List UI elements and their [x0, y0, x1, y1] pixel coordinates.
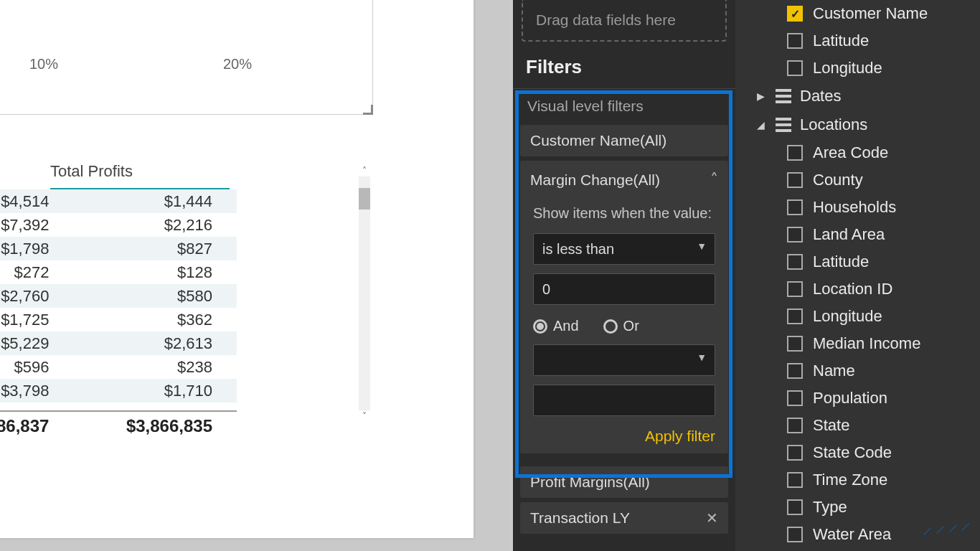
scroll-thumb[interactable] — [359, 188, 370, 209]
table-node[interactable]: ▶Dates — [735, 82, 980, 110]
filter-card-customer-name[interactable]: Customer Name(All) — [520, 125, 728, 156]
filter-condition-select[interactable]: is less than — [533, 233, 715, 265]
field-item[interactable]: Type — [735, 494, 980, 521]
scroll-track[interactable] — [359, 176, 370, 410]
checkbox-icon[interactable] — [787, 227, 803, 242]
field-item[interactable]: Latitude — [735, 27, 980, 55]
table-visual[interactable]: Total Profits $4,514$1,444$7,392$2,216$1… — [0, 158, 380, 481]
field-item[interactable]: Land Area — [735, 221, 980, 248]
filter-card-transaction-ly[interactable]: Transaction LY ✕ — [520, 502, 728, 534]
checkbox-icon[interactable] — [787, 199, 803, 215]
field-item[interactable]: Time Zone — [735, 466, 980, 494]
table-row[interactable]: $4,514$1,444 — [0, 189, 237, 213]
triangle-down-icon[interactable]: ◢ — [757, 119, 767, 131]
resize-handle-icon[interactable] — [363, 105, 373, 115]
field-label: Latitude — [813, 253, 869, 271]
table-row[interactable]: $2,760$580 — [0, 284, 237, 308]
checkbox-icon[interactable] — [787, 527, 803, 542]
table-node[interactable]: ◢Locations — [735, 110, 980, 139]
checkbox-icon[interactable] — [787, 33, 803, 49]
field-item[interactable]: Name — [735, 357, 980, 385]
scroll-up-icon[interactable]: ˄ — [359, 165, 370, 176]
checkbox-icon[interactable] — [787, 445, 803, 461]
dropzone-placeholder: Drag data fields here — [536, 11, 676, 29]
field-label: Area Code — [813, 143, 888, 162]
filter-logic-or[interactable]: Or — [603, 318, 639, 334]
table-row[interactable]: $7,392$2,216 — [0, 213, 237, 237]
checkbox-icon[interactable] — [787, 499, 803, 515]
radio-label: And — [553, 318, 579, 334]
chevron-up-icon[interactable]: ˄ — [710, 171, 718, 189]
checkbox-icon[interactable] — [787, 363, 803, 379]
filter-card-label: Margin Change(All) — [530, 171, 660, 189]
checkbox-icon[interactable] — [787, 281, 803, 297]
field-item[interactable]: Households — [735, 194, 980, 221]
field-item[interactable]: Latitude — [735, 248, 980, 276]
table-cell: $4,514 — [0, 192, 92, 211]
field-well-dropzone[interactable]: Drag data fields here — [522, 0, 727, 42]
field-item[interactable]: County — [735, 166, 980, 194]
filter-card-label: Profit Margins(All) — [530, 474, 650, 491]
table-row[interactable]: $596$238 — [0, 355, 237, 379]
field-label: State Code — [813, 443, 892, 462]
table-cell: $580 — [92, 287, 212, 306]
table-row[interactable]: $1,725$362 — [0, 308, 237, 331]
table-column-header[interactable]: Total Profits — [50, 158, 230, 189]
table-cell: $1,798 — [0, 240, 92, 258]
field-item[interactable]: Longitude — [735, 55, 980, 82]
field-item[interactable]: Longitude — [735, 303, 980, 330]
filter-logic-and[interactable]: And — [533, 318, 579, 334]
fields-pane: Customer NameLatitudeLongitude ▶Dates◢Lo… — [735, 0, 980, 551]
table-node-label: Dates — [800, 87, 841, 105]
field-label: State — [813, 416, 849, 435]
table-row[interactable]: $1,798$827 — [0, 237, 237, 260]
field-item[interactable]: State — [735, 412, 980, 439]
table-cell: $827 — [92, 240, 212, 258]
field-item[interactable]: Area Code — [735, 139, 980, 166]
table-node-label: Locations — [800, 116, 867, 134]
filter-value2-input[interactable] — [533, 385, 715, 416]
field-label: Type — [813, 498, 847, 517]
checkbox-icon[interactable] — [787, 6, 803, 22]
filter-condition2-select[interactable] — [533, 344, 715, 376]
scroll-down-icon[interactable]: ˅ — [359, 410, 370, 422]
filter-help-text: Show items when the value: — [533, 204, 715, 223]
checkbox-icon[interactable] — [787, 145, 803, 161]
field-item[interactable]: Customer Name — [735, 0, 980, 27]
field-label: County — [813, 171, 863, 189]
table-icon — [776, 89, 791, 103]
filter-value-input[interactable] — [533, 273, 715, 305]
table-row[interactable]: $272$128 — [0, 260, 237, 284]
table-row[interactable]: $5,229$2,613 — [0, 331, 237, 355]
field-item[interactable]: State Code — [735, 439, 980, 466]
checkbox-icon[interactable] — [787, 254, 803, 270]
field-label: Population — [813, 389, 887, 408]
table-cell: $2,760 — [0, 287, 92, 306]
field-label: Latitude — [813, 32, 869, 50]
triangle-right-icon[interactable]: ▶ — [757, 90, 767, 102]
radio-icon — [603, 319, 618, 334]
close-icon[interactable]: ✕ — [700, 509, 718, 527]
field-item[interactable]: Median Income — [735, 330, 980, 357]
checkbox-icon[interactable] — [787, 309, 803, 324]
filters-section-title: Filters — [513, 42, 735, 88]
field-item[interactable]: Location ID — [735, 276, 980, 303]
apply-filter-link[interactable]: Apply filter — [520, 425, 728, 445]
checkbox-icon[interactable] — [787, 418, 803, 433]
table-total-row: 886,837 $3,866,835 — [0, 410, 237, 438]
checkbox-icon[interactable] — [787, 336, 803, 352]
checkbox-icon[interactable] — [787, 60, 803, 76]
field-label: Location ID — [813, 280, 892, 298]
filter-card-profit-margins[interactable]: Profit Margins(All) — [520, 466, 728, 498]
chart-visual[interactable]: 10% 20% — [0, 0, 373, 115]
scrollbar[interactable]: ˄ ˅ — [359, 165, 370, 423]
checkbox-icon[interactable] — [787, 390, 803, 406]
checkbox-icon[interactable] — [787, 472, 803, 488]
checkbox-icon[interactable] — [787, 172, 803, 188]
field-label: Median Income — [813, 334, 920, 353]
field-label: Longitude — [813, 307, 882, 326]
field-item[interactable]: Population — [735, 385, 980, 412]
table-row[interactable]: $3,798$1,710 — [0, 379, 237, 402]
filter-card-header[interactable]: Margin Change(All) ˄ — [520, 164, 728, 197]
axis-tick: 20% — [223, 56, 252, 72]
